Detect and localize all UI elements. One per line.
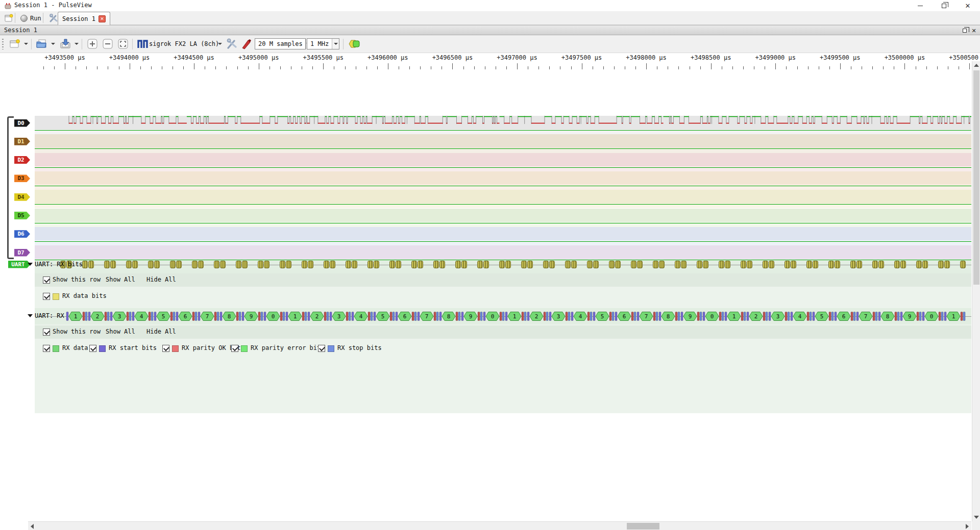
svg-text:2: 2 <box>535 313 538 320</box>
uart-bit-annotation <box>280 261 285 268</box>
annotation-class-checkbox[interactable] <box>43 293 50 300</box>
ruler-major-tick <box>259 63 259 69</box>
annotation-class-checkbox[interactable] <box>318 345 325 352</box>
wrench-screwdriver-icon <box>226 38 238 50</box>
zoom-fit-button[interactable] <box>116 38 130 50</box>
sample-count-select[interactable]: 20 M samples <box>255 38 306 49</box>
svg-text:9: 9 <box>689 313 692 320</box>
scroll-down-button[interactable] <box>972 513 980 521</box>
channels-button[interactable] <box>240 38 253 50</box>
channel-group-bracket[interactable] <box>7 116 14 259</box>
collapse-triangle-icon[interactable] <box>28 263 33 266</box>
decoder-row-uart-rx-bits[interactable]: UART: RX bits <box>28 261 83 268</box>
sample-rate-select[interactable]: 1 MHz <box>307 38 339 49</box>
annotation-color-swatch[interactable] <box>53 293 59 300</box>
vertical-scrollbar[interactable] <box>972 61 980 521</box>
close-button[interactable]: ✕ <box>957 0 979 11</box>
annotation-class-checkbox[interactable] <box>43 345 50 352</box>
hide-all-button[interactable]: Hide All <box>146 276 176 283</box>
add-decoder-button[interactable] <box>346 38 361 50</box>
annotation-color-swatch[interactable] <box>172 345 179 352</box>
scroll-right-button[interactable] <box>963 522 971 530</box>
uart-bit-annotation <box>960 261 966 268</box>
svg-text:8: 8 <box>886 313 890 320</box>
annotation-class-checkbox[interactable] <box>162 345 169 352</box>
annotation-color-swatch[interactable] <box>99 345 106 352</box>
annotation-color-swatch[interactable] <box>53 345 59 352</box>
channel-flag-d1[interactable]: D1 <box>14 138 30 145</box>
svg-text:4: 4 <box>140 313 143 320</box>
save-button[interactable] <box>58 38 73 50</box>
ruler-major-tick <box>775 63 776 69</box>
annotation-color-swatch[interactable] <box>241 345 248 352</box>
restore-button[interactable] <box>933 0 955 11</box>
horizontal-scrollbar[interactable] <box>28 521 971 530</box>
tab-session-1[interactable]: Session 1 ✕ <box>58 12 110 25</box>
main-toolbar: sigrok FX2 LA (8ch) 20 M samples 1 MHz <box>0 35 980 53</box>
new-view-dropdown[interactable] <box>22 38 30 50</box>
uart-bit-annotation <box>587 261 593 268</box>
show-all-button[interactable]: Show All <box>106 328 135 335</box>
uart-bit-annotation <box>198 261 204 268</box>
decoder-row-uart-rx[interactable]: UART: RX <box>28 312 64 319</box>
ruler-major-tick <box>840 63 841 69</box>
channel-flag-d5[interactable]: D5 <box>14 212 30 219</box>
ruler-major-tick <box>388 63 388 69</box>
uart-bit-annotation <box>637 261 643 268</box>
new-session-button[interactable] <box>2 12 15 24</box>
scroll-up-button[interactable] <box>972 61 980 69</box>
uart-bit-annotation <box>747 261 752 268</box>
tab-close-icon[interactable]: ✕ <box>99 15 106 22</box>
channel-flag-d7[interactable]: D7 <box>14 249 30 257</box>
app-icon <box>4 2 12 10</box>
open-button[interactable] <box>34 38 50 50</box>
svg-text:2: 2 <box>754 313 758 320</box>
configure-device-button[interactable] <box>225 38 240 50</box>
svg-text:0: 0 <box>710 313 714 320</box>
svg-text:5: 5 <box>820 313 824 320</box>
dock-float-button[interactable] <box>961 27 968 34</box>
minimize-button[interactable] <box>909 0 932 11</box>
zoom-out-button[interactable] <box>101 38 115 50</box>
close-icon: ✕ <box>965 3 971 9</box>
zoom-in-icon <box>87 38 98 49</box>
uart-bit-annotation <box>856 261 862 268</box>
toolbar-drag-handle[interactable] <box>2 39 4 49</box>
new-view-button[interactable] <box>7 38 22 50</box>
new-view-icon <box>9 39 20 49</box>
separator <box>132 39 133 49</box>
uart-bit-annotation <box>835 261 840 268</box>
show-this-row-checkbox[interactable] <box>43 276 50 284</box>
sample-rate-dropdown[interactable] <box>332 39 339 49</box>
device-dropdown[interactable] <box>216 38 224 50</box>
annotation-class-checkbox[interactable] <box>231 345 238 352</box>
annotation-color-swatch[interactable] <box>328 345 334 352</box>
channel-flag-d4[interactable]: D4 <box>14 193 30 201</box>
dock-close-button[interactable]: ✕ <box>970 27 977 34</box>
uart-bit-annotation <box>214 261 219 268</box>
channel-band <box>35 153 971 167</box>
ruler-label: +3493500 μs <box>37 54 93 61</box>
show-this-row-checkbox[interactable] <box>43 329 50 336</box>
run-button[interactable]: Run <box>18 12 43 24</box>
scroll-left-button[interactable] <box>28 522 36 530</box>
trace-view: D0D1D2D3D4D5D6D7UART12345678901234567890… <box>0 69 980 521</box>
sample-count-value: 20 M samples <box>255 40 306 47</box>
annotation-class-checkbox[interactable] <box>89 345 96 352</box>
channel-flag-d3[interactable]: D3 <box>14 174 30 182</box>
save-dropdown[interactable] <box>73 38 80 50</box>
channel-flag-d2[interactable]: D2 <box>14 156 30 164</box>
collapse-triangle-icon[interactable] <box>28 314 33 317</box>
vertical-scroll-thumb[interactable] <box>973 70 979 285</box>
ruler-label: +3499000 μs <box>747 54 803 61</box>
show-all-button[interactable]: Show All <box>106 276 135 283</box>
open-dropdown[interactable] <box>50 38 57 50</box>
zoom-to-edges-button[interactable] <box>135 38 151 50</box>
zoom-in-button[interactable] <box>85 38 100 50</box>
device-select[interactable]: sigrok FX2 LA (8ch) <box>149 38 226 50</box>
channel-flag-d6[interactable]: D6 <box>14 230 30 238</box>
svg-text:6: 6 <box>623 313 626 320</box>
uart-bit-annotation <box>396 261 401 268</box>
hide-all-button[interactable]: Hide All <box>146 328 176 335</box>
horizontal-scroll-thumb[interactable] <box>627 523 659 529</box>
